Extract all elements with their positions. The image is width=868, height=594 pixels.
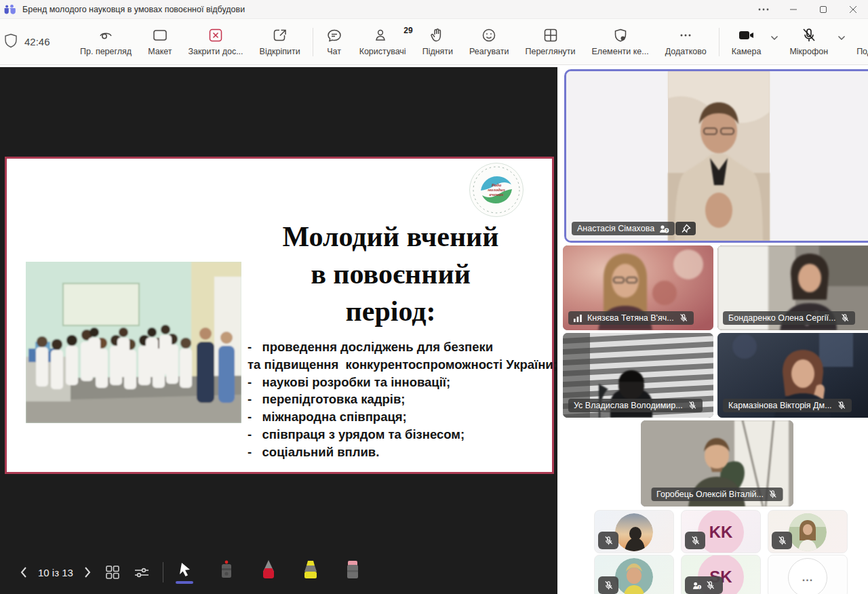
svg-text:!: ! xyxy=(698,585,700,589)
raise-hand-button[interactable]: Підняти xyxy=(414,24,461,59)
pin-icon xyxy=(681,224,691,234)
camera-button[interactable]: Камера xyxy=(724,24,770,59)
slide-title: Молодий вчений в повоєнний період: xyxy=(243,218,538,330)
avatar-tile[interactable] xyxy=(594,510,674,553)
presenter-role-icon: ? xyxy=(659,224,669,233)
camera-options-chevron[interactable] xyxy=(770,31,778,43)
mic-off-icon xyxy=(688,401,697,410)
participants-count-badge: 29 xyxy=(403,26,412,35)
more-button[interactable]: Додатково xyxy=(657,24,715,59)
teams-app-icon xyxy=(4,4,16,14)
svg-text:?: ? xyxy=(665,229,668,233)
bullet-line: - перепідготовка кадрів; xyxy=(248,391,553,408)
mic-muted-badge xyxy=(772,532,792,549)
titlebar-more-button[interactable] xyxy=(749,0,778,19)
participant-name-label: Кармазінова Вікторія Дм... xyxy=(723,399,852,412)
previous-slide-button[interactable] xyxy=(19,566,28,578)
participants-panel: Анастасія Сімахова ? xyxy=(557,65,868,594)
selected-tool-indicator xyxy=(176,581,193,584)
bullet-line: - соціальний вплив. xyxy=(248,443,553,461)
pin-button[interactable] xyxy=(675,222,696,235)
group-photo xyxy=(26,262,241,423)
video-tile[interactable]: Бондаренко Олена Сергії... xyxy=(717,245,868,330)
slide-settings-button[interactable] xyxy=(133,564,151,580)
video-tile[interactable]: Ус Владислав Володимир... xyxy=(563,333,713,418)
slide-page-indicator: 10 із 13 xyxy=(38,567,73,578)
mic-off-icon xyxy=(690,536,701,546)
mic-muted-badge xyxy=(598,576,618,594)
avatar-tile-overflow[interactable]: ... xyxy=(768,555,848,594)
mic-muted-badge xyxy=(685,532,705,549)
presenter-view-button[interactable]: Пр. перегляд xyxy=(72,24,140,59)
participant-name-label: Горобець Олексій Віталій... xyxy=(651,488,783,501)
cursor-tool-button[interactable] xyxy=(176,561,193,584)
unpin-button[interactable]: Відкріпити xyxy=(252,24,309,59)
video-tile[interactable]: Горобець Олексій Віталій... xyxy=(641,420,793,507)
bullet-line: - співпраця з урядом та бізнесом; xyxy=(248,426,553,443)
participants-button[interactable]: 29 Користувачі xyxy=(351,24,414,59)
window-title: Бренд молодого науковця в умовах повоєнн… xyxy=(22,5,245,14)
meeting-timer: 42:46 xyxy=(24,36,50,47)
bullet-line: - міжнародна співпраця; xyxy=(248,408,553,426)
microphone-button[interactable]: Мікрофон xyxy=(781,24,836,59)
presenter-toolbar: 10 із 13 xyxy=(0,551,557,594)
video-tile-speaker[interactable]: Анастасія Сімахова ? xyxy=(564,69,868,243)
video-tile[interactable]: Князєва Тетяна В'яч... xyxy=(563,245,713,330)
avatar-photo xyxy=(789,513,827,551)
shield-icon xyxy=(4,33,18,51)
layout-button[interactable]: Макет xyxy=(140,24,180,59)
grid-view-button[interactable] xyxy=(104,564,121,580)
council-logo-text: Рада молодих вчених xyxy=(488,183,505,197)
more-participants-indicator: ... xyxy=(788,558,827,594)
signal-bars-icon xyxy=(574,314,583,322)
window-controls xyxy=(749,0,868,18)
participant-name-label: Бондаренко Олена Сергії... xyxy=(723,311,855,325)
stop-presenting-button[interactable]: Закрити дос... xyxy=(180,24,252,59)
meeting-stage: Рада молодих вчених Молодий вчений в пов… xyxy=(0,65,868,594)
avatar-tile[interactable] xyxy=(594,555,674,594)
avatar-tile[interactable]: SK ! xyxy=(681,555,761,594)
meeting-controls-button[interactable]: Елементи ке... xyxy=(584,24,657,59)
attendee-mic-muted-badge: ! xyxy=(685,576,723,594)
presentation-slide: Рада молодих вчених Молодий вчений в пов… xyxy=(5,157,554,474)
mic-off-icon xyxy=(705,580,715,591)
bullet-line: - наукові розробки та інновації; xyxy=(248,374,553,391)
mic-off-icon xyxy=(604,536,614,546)
maximize-button[interactable] xyxy=(808,0,838,19)
participant-name-label: Князєва Тетяна В'яч... xyxy=(568,311,694,325)
avatar-photo xyxy=(615,513,653,551)
mic-off-icon xyxy=(837,401,846,410)
mic-off-icon xyxy=(604,580,614,591)
microphone-options-chevron[interactable] xyxy=(837,31,846,43)
meeting-toolbar: 42:46 Пр. перегляд Макет Закрити дос... xyxy=(0,19,868,65)
share-button[interactable]: Поділитися xyxy=(848,24,868,59)
pen-tool-button[interactable] xyxy=(260,559,277,586)
mic-off-icon xyxy=(768,490,778,499)
teams-meeting-window: Бренд молодого науковця в умовах повоєнн… xyxy=(0,0,868,594)
toolbar-divider xyxy=(313,28,313,56)
presenter-toolbar-divider xyxy=(163,562,163,582)
highlighter-tool-button[interactable] xyxy=(302,559,319,586)
video-tile[interactable]: Кармазінова Вікторія Дм... xyxy=(717,333,868,418)
toolbar-divider xyxy=(719,28,719,56)
slide-bullet-list: - проведення досліджень для безпеки та п… xyxy=(248,338,553,461)
mic-off-icon xyxy=(679,313,688,323)
eraser-tool-button[interactable] xyxy=(344,559,361,586)
chat-button[interactable]: Чат xyxy=(317,24,351,59)
avatar-tile[interactable]: KK xyxy=(681,510,761,553)
avatar-tile[interactable] xyxy=(768,510,848,553)
participant-name-label: Анастасія Сімахова ? xyxy=(572,222,675,235)
mic-off-icon xyxy=(777,536,787,546)
react-button[interactable]: Реагувати xyxy=(461,24,517,59)
mic-muted-badge xyxy=(598,532,618,549)
minimize-button[interactable] xyxy=(778,0,808,19)
bullet-line: - проведення досліджень для безпеки xyxy=(248,338,553,356)
next-slide-button[interactable] xyxy=(83,566,92,578)
laser-pointer-tool-button[interactable] xyxy=(218,559,235,586)
bullet-line: та підвищення конкурентоспроможності Укр… xyxy=(248,356,553,374)
close-button[interactable] xyxy=(838,0,868,19)
participant-name-label: Ус Владислав Володимир... xyxy=(568,399,703,412)
view-button[interactable]: Переглянути xyxy=(517,24,583,59)
meeting-timer-group: 42:46 xyxy=(0,33,72,51)
council-logo: Рада молодих вчених xyxy=(469,163,524,217)
